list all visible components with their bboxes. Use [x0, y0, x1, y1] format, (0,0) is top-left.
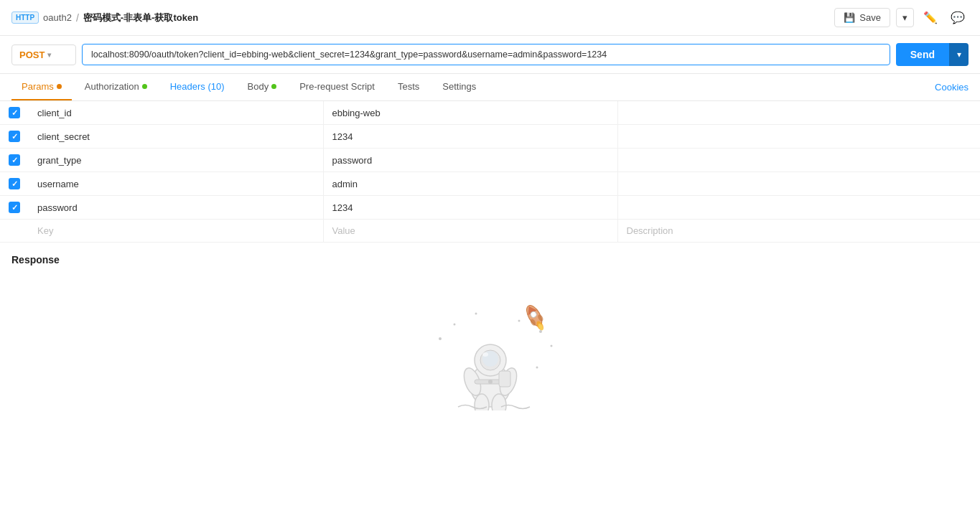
authorization-label: Authorization [85, 81, 139, 92]
svg-point-22 [492, 394, 506, 410]
svg-point-0 [439, 337, 442, 340]
http-badge: HTTP [11, 11, 39, 24]
url-input[interactable] [82, 44, 890, 65]
headers-label: Headers (10) [170, 81, 225, 92]
save-button[interactable]: 💾 Save [834, 8, 890, 27]
key-placeholder[interactable]: Key [29, 220, 323, 243]
send-button[interactable]: Send [896, 43, 949, 66]
desc-cell-3 [617, 149, 980, 172]
value-cell-3: password [323, 149, 617, 172]
svg-point-24 [488, 380, 493, 384]
authorization-dot [142, 84, 147, 89]
table-row: grant_type password [0, 149, 980, 172]
tab-headers[interactable]: Headers (10) [160, 74, 235, 100]
save-dropdown-button[interactable]: ▾ [896, 8, 914, 27]
key-cell-1: client_id [29, 101, 323, 125]
illustration-container [11, 274, 969, 418]
svg-point-3 [550, 345, 552, 347]
svg-point-6 [536, 367, 538, 369]
row-checkbox-4[interactable] [9, 178, 20, 189]
comment-icon: 💬 [951, 11, 965, 24]
table-row: client_secret 1234 [0, 125, 980, 149]
params-dot [57, 84, 62, 89]
pre-request-label: Pre-request Script [299, 81, 375, 92]
body-label: Body [248, 81, 269, 92]
row-checkbox-1[interactable] [9, 107, 20, 118]
svg-point-2 [539, 330, 542, 333]
params-table: client_id ebbing-web client_secret 1234 … [0, 101, 980, 243]
svg-point-4 [518, 320, 520, 322]
key-cell-2: client_secret [29, 125, 323, 149]
value-cell-2: 1234 [323, 125, 617, 149]
body-dot [271, 84, 276, 89]
breadcrumb: HTTP oauth2 / 密码模式-非表单-获取token [11, 11, 834, 24]
svg-point-18 [482, 352, 488, 357]
chevron-down-icon: ▾ [957, 50, 961, 60]
response-section: Response [0, 243, 980, 429]
params-label: Params [22, 81, 54, 92]
svg-point-1 [453, 324, 455, 326]
tab-tests[interactable]: Tests [388, 74, 429, 100]
table-row-empty: Key Value Description [0, 220, 980, 243]
tests-label: Tests [398, 81, 419, 92]
desc-cell-4 [617, 172, 980, 196]
value-cell-4: admin [323, 172, 617, 196]
key-cell-5: password [29, 196, 323, 220]
key-cell-3: grant_type [29, 149, 323, 172]
response-title: Response [11, 254, 969, 266]
cookies-link[interactable]: Cookies [935, 75, 969, 100]
row-checkbox-5[interactable] [9, 202, 20, 213]
method-label: POST [19, 50, 45, 60]
send-dropdown-button[interactable]: ▾ [949, 43, 969, 66]
svg-point-5 [475, 313, 477, 315]
pencil-icon: ✏️ [923, 11, 938, 24]
chevron-down-icon: ▾ [902, 12, 907, 23]
tab-params[interactable]: Params [11, 74, 72, 100]
breadcrumb-separator: / [76, 12, 79, 24]
send-button-group: Send ▾ [896, 43, 969, 66]
table-row: client_id ebbing-web [0, 101, 980, 125]
tab-authorization[interactable]: Authorization [75, 74, 157, 100]
desc-cell-1 [617, 101, 980, 125]
tab-body[interactable]: Body [238, 74, 287, 100]
breadcrumb-title: 密码模式-非表单-获取token [83, 11, 198, 24]
toolbar-right: 💾 Save ▾ ✏️ 💬 [834, 7, 969, 28]
svg-rect-25 [499, 371, 510, 387]
value-cell-1: ebbing-web [323, 101, 617, 125]
settings-label: Settings [442, 81, 476, 92]
row-checkbox-3[interactable] [9, 154, 20, 166]
description-placeholder[interactable]: Description [617, 220, 980, 243]
table-row: password 1234 [0, 196, 980, 220]
astronaut-illustration [419, 296, 562, 410]
top-bar: HTTP oauth2 / 密码模式-非表单-获取token 💾 Save ▾ … [0, 0, 980, 36]
edit-button[interactable]: ✏️ [920, 7, 941, 28]
url-bar: POST ▾ Send ▾ [0, 36, 980, 74]
row-checkbox-2[interactable] [9, 131, 20, 142]
tab-pre-request[interactable]: Pre-request Script [289, 74, 385, 100]
save-icon: 💾 [844, 12, 855, 23]
method-select[interactable]: POST ▾ [11, 44, 76, 65]
method-arrow-icon: ▾ [47, 51, 51, 59]
table-row: username admin [0, 172, 980, 196]
desc-cell-2 [617, 125, 980, 149]
breadcrumb-parent: oauth2 [43, 12, 72, 23]
desc-cell-5 [617, 196, 980, 220]
key-cell-4: username [29, 172, 323, 196]
value-cell-5: 1234 [323, 196, 617, 220]
save-label: Save [859, 12, 881, 23]
comment-button[interactable]: 💬 [947, 7, 969, 28]
value-placeholder[interactable]: Value [323, 220, 617, 243]
tabs-bar: Params Authorization Headers (10) Body P… [0, 74, 980, 101]
tab-settings[interactable]: Settings [432, 74, 486, 100]
